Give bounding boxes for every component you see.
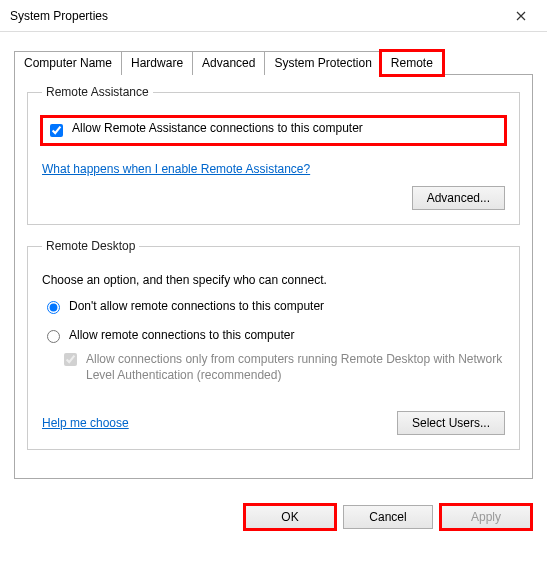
select-users-button[interactable]: Select Users... [397,411,505,435]
allow-remote-assistance-row: Allow Remote Assistance connections to t… [42,117,505,144]
nla-label: Allow connections only from computers ru… [86,351,505,383]
radio-allow-label: Allow remote connections to this compute… [69,328,294,342]
titlebar: System Properties [0,0,547,32]
allow-remote-assistance-label: Allow Remote Assistance connections to t… [72,121,363,135]
close-icon [516,11,526,21]
tab-advanced[interactable]: Advanced [192,51,265,75]
remote-assistance-advanced-button[interactable]: Advanced... [412,186,505,210]
remote-assistance-group: Remote Assistance Allow Remote Assistanc… [27,85,520,225]
cancel-button[interactable]: Cancel [343,505,433,529]
help-me-choose-link[interactable]: Help me choose [42,416,129,430]
tab-hardware[interactable]: Hardware [121,51,193,75]
dialog-footer: OK Cancel Apply [0,493,547,541]
tab-panel-remote: Remote Assistance Allow Remote Assistanc… [14,74,533,479]
allow-remote-assistance-checkbox[interactable] [50,124,63,137]
remote-desktop-instruction: Choose an option, and then specify who c… [42,273,505,287]
radio-row-allow: Allow remote connections to this compute… [42,328,505,343]
remote-desktop-legend: Remote Desktop [42,239,139,253]
apply-button[interactable]: Apply [441,505,531,529]
radio-disallow-remote[interactable] [47,301,60,314]
radio-disallow-label: Don't allow remote connections to this c… [69,299,324,313]
tab-system-protection[interactable]: System Protection [264,51,381,75]
nla-row: Allow connections only from computers ru… [60,351,505,383]
ok-button[interactable]: OK [245,505,335,529]
remote-desktop-group: Remote Desktop Choose an option, and the… [27,239,520,450]
remote-assistance-help-link[interactable]: What happens when I enable Remote Assist… [42,162,310,176]
close-button[interactable] [501,2,541,30]
remote-assistance-legend: Remote Assistance [42,85,153,99]
radio-row-disallow: Don't allow remote connections to this c… [42,299,505,314]
tab-remote[interactable]: Remote [381,51,443,75]
radio-allow-remote[interactable] [47,330,60,343]
tab-strip: Computer Name Hardware Advanced System P… [14,50,533,74]
tab-computer-name[interactable]: Computer Name [14,51,122,75]
window-title: System Properties [10,9,108,23]
nla-checkbox [64,353,77,366]
